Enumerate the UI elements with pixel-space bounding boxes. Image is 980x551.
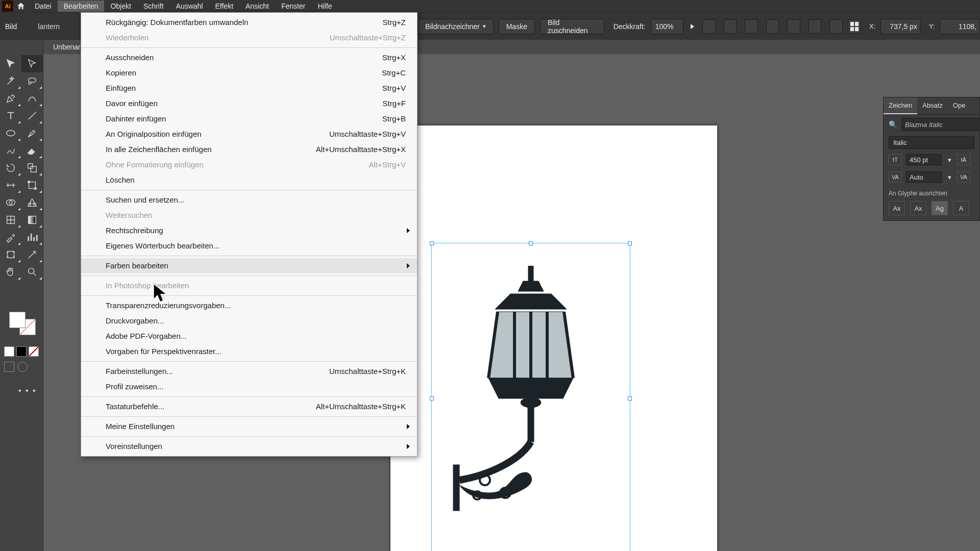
menu-item-in-alle-zeichenfl-chen-einf-gen[interactable]: In alle Zeichenflächen einfügenAlt+Umsch…: [81, 142, 417, 157]
fill-swatch[interactable]: [9, 312, 26, 328]
menu-item-eigenes-w-rterbuch-bearbeiten[interactable]: Eigenes Wörterbuch bearbeiten...: [81, 238, 417, 254]
menu-schrift[interactable]: Schrift: [137, 1, 170, 12]
opacity-expand-icon[interactable]: [691, 24, 694, 29]
zoom-tool-icon[interactable]: [21, 263, 43, 281]
align-top-icon[interactable]: [787, 19, 800, 34]
column-graph-tool-icon[interactable]: [21, 229, 43, 246]
paintbrush-tool-icon[interactable]: [21, 124, 43, 142]
menu-item-r-ckg-ngig-dokumentfarben-umwandeln[interactable]: Rückgängig: Dokumentfarben umwandelnStrg…: [81, 15, 417, 30]
handle-top-right[interactable]: [628, 241, 632, 245]
font-family-input[interactable]: [901, 118, 980, 131]
none-mode-icon[interactable]: [29, 346, 39, 357]
menu-item-meine-einstellungen[interactable]: Meine Einstellungen: [81, 419, 417, 434]
menu-item-an-originalposition-einf-gen[interactable]: An Originalposition einfügenUmschalttast…: [81, 127, 417, 142]
eyedropper-tool-icon[interactable]: [0, 229, 21, 246]
handle-top-mid[interactable]: [529, 241, 533, 245]
image-trace-button[interactable]: Bildnachzeichner: [418, 19, 494, 34]
menu-fenster[interactable]: Fenster: [275, 1, 311, 12]
menu-item-einf-gen[interactable]: EinfügenStrg+V: [81, 81, 417, 96]
menu-item-dahinter-einf-gen[interactable]: Dahinter einfügenStrg+B: [81, 111, 417, 127]
type-tool-icon[interactable]: [0, 107, 21, 124]
slice-tool-icon[interactable]: [21, 246, 43, 263]
magic-wand-tool-icon[interactable]: [0, 72, 21, 90]
menu-item-l-schen[interactable]: Löschen: [81, 172, 417, 188]
menu-item-farben-bearbeiten[interactable]: Farben bearbeiten: [81, 258, 417, 273]
glyph-snap-option[interactable]: Ax: [889, 201, 905, 215]
artboard-options-icon[interactable]: [702, 19, 716, 34]
font-style-select[interactable]: Italic: [889, 136, 974, 149]
shaper-tool-icon[interactable]: [0, 142, 21, 159]
y-value[interactable]: 1108,: [940, 19, 980, 34]
menu-item-adobe-pdf-vorgaben[interactable]: Adobe PDF-Vorgaben...: [81, 329, 417, 344]
hand-tool-icon[interactable]: [0, 263, 21, 281]
menu-item-rechtschreibung[interactable]: Rechtschreibung: [81, 223, 417, 238]
ellipse-tool-icon[interactable]: [0, 124, 21, 142]
fill-stroke-swatch[interactable]: [9, 309, 36, 335]
home-icon[interactable]: [13, 2, 29, 11]
align-middle-icon[interactable]: [808, 19, 822, 34]
scale-tool-icon[interactable]: [21, 159, 43, 177]
gradient-mode-icon[interactable]: [16, 346, 27, 357]
kerning-input[interactable]: Auto: [906, 171, 942, 183]
align-center-icon[interactable]: [745, 19, 758, 34]
kerning-dropdown-icon[interactable]: ▾: [946, 173, 953, 181]
font-size-input[interactable]: 450 pt: [906, 154, 942, 165]
mesh-tool-icon[interactable]: [0, 211, 21, 229]
x-value[interactable]: 737,5 px: [880, 19, 921, 34]
menu-item-vorgaben-f-r-perspektivenraster[interactable]: Vorgaben für Perspektivenraster...: [81, 344, 417, 359]
width-tool-icon[interactable]: [0, 177, 21, 194]
menu-hilfe[interactable]: Hilfe: [311, 1, 338, 12]
artboard-tool-icon[interactable]: [0, 246, 21, 263]
menu-item-tastaturbefehle[interactable]: Tastaturbefehle...Alt+Umschalttaste+Strg…: [81, 399, 417, 414]
line-tool-icon[interactable]: [21, 107, 43, 124]
direct-selection-tool-icon[interactable]: [21, 55, 43, 72]
menu-item-davor-einf-gen[interactable]: Davor einfügenStrg+F: [81, 96, 417, 111]
panel-tab-absatz[interactable]: Absatz: [917, 97, 948, 114]
menu-bearbeiten[interactable]: Bearbeiten: [58, 1, 105, 12]
draw-behind-icon[interactable]: [17, 362, 28, 372]
menu-item-ausschneiden[interactable]: AusschneidenStrg+X: [81, 50, 417, 65]
perspective-grid-tool-icon[interactable]: [21, 194, 43, 211]
menu-item-druckvorgaben[interactable]: Druckvorgaben...: [81, 313, 417, 329]
curvature-tool-icon[interactable]: [21, 90, 43, 107]
shape-builder-tool-icon[interactable]: [0, 194, 21, 211]
rotate-tool-icon[interactable]: [0, 159, 21, 177]
menu-effekt[interactable]: Effekt: [209, 1, 239, 12]
lasso-tool-icon[interactable]: [21, 72, 43, 90]
selection-tool-icon[interactable]: [0, 55, 21, 72]
more-tools-icon[interactable]: • • •: [18, 386, 37, 395]
align-bottom-icon[interactable]: [829, 19, 843, 34]
menu-ansicht[interactable]: Ansicht: [239, 1, 275, 12]
menu-objekt[interactable]: Objekt: [104, 1, 137, 12]
menu-datei[interactable]: Datei: [29, 1, 58, 12]
glyph-snap-option[interactable]: Ag: [932, 201, 948, 215]
pen-tool-icon[interactable]: [0, 90, 21, 107]
color-mode-icon[interactable]: [4, 346, 14, 357]
free-transform-tool-icon[interactable]: [21, 177, 43, 194]
draw-normal-icon[interactable]: [4, 362, 14, 372]
menu-item-transparenzreduzierungsvorgaben[interactable]: Transparenzreduzierungsvorgaben...: [81, 298, 417, 313]
handle-mid-left[interactable]: [430, 396, 434, 400]
gradient-tool-icon[interactable]: [21, 211, 43, 229]
opacity-value[interactable]: 100%: [651, 19, 683, 34]
panel-tab-ope[interactable]: Ope: [948, 97, 971, 114]
mask-button[interactable]: Maske: [499, 19, 535, 34]
align-right-icon[interactable]: [766, 19, 779, 34]
menu-item-kopieren[interactable]: KopierenStrg+C: [81, 65, 417, 81]
menu-item-suchen-und-ersetzen[interactable]: Suchen und ersetzen...: [81, 192, 417, 208]
menu-item-farbeinstellungen[interactable]: Farbeinstellungen...Umschalttaste+Strg+K: [81, 364, 417, 379]
menu-item-profil-zuweisen[interactable]: Profil zuweisen...: [81, 379, 417, 394]
glyph-snap-option[interactable]: A: [953, 201, 969, 215]
eraser-tool-icon[interactable]: [21, 142, 43, 159]
font-size-dropdown-icon[interactable]: ▾: [946, 156, 953, 164]
menu-item-voreinstellungen[interactable]: Voreinstellungen: [81, 439, 417, 454]
handle-top-left[interactable]: [430, 241, 434, 245]
panel-tab-zeichen[interactable]: Zeichen: [884, 97, 917, 114]
crop-image-button[interactable]: Bild zuschneiden: [540, 19, 604, 34]
image-selection[interactable]: [431, 243, 630, 551]
transform-panel-icon[interactable]: [848, 19, 861, 34]
glyph-snap-option[interactable]: Ax: [910, 201, 926, 215]
handle-mid-right[interactable]: [628, 396, 632, 400]
menu-auswahl[interactable]: Auswahl: [170, 1, 209, 12]
align-left-icon[interactable]: [724, 19, 737, 34]
